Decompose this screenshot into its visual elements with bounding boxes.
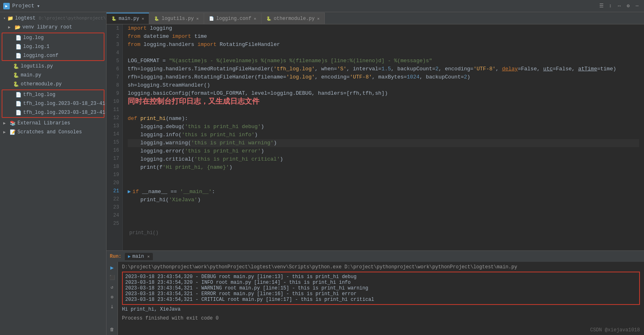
code-line-16: logging.error('this is print_hi error') <box>128 147 639 155</box>
console-exit: Process finished with exit code 0 <box>122 315 640 321</box>
settings-run-button[interactable]: ⚙ <box>108 293 116 301</box>
project-label[interactable]: Project <box>12 3 35 9</box>
expand-arrow: ▾ <box>3 16 6 21</box>
sidebar-item-othermodule[interactable]: 🐍 othermodule.py <box>0 80 106 89</box>
title-bar-left: ▶ Project ▾ <box>3 3 109 9</box>
sidebar-item-venv[interactable]: ▶ 📂 venv library root <box>0 23 106 32</box>
sidebar-item-logging-conf[interactable]: 📄 logging.conf <box>2 51 104 60</box>
sidebar-item-tfh-log[interactable]: 📄 tfh_log.log <box>2 90 104 99</box>
title-bar: ▶ Project ▾ ☰ ↕ ↔ ⚙ — <box>0 0 644 12</box>
main-layout: ▾ 📁 logtest D:\project\pythonproject\wor… <box>0 12 644 335</box>
trash-button[interactable]: 🗑 <box>108 325 116 333</box>
run-left-buttons: ▶ ⬛ ↺ ⚙ ⤓ 🗑 <box>107 262 118 335</box>
tab-main-label: main.py <box>119 16 139 22</box>
conf-file-icon: 📄 <box>15 53 22 59</box>
sidebar-item-logutils[interactable]: 🐍 logutils.py <box>0 62 106 71</box>
py-file-icon-other: 🐍 <box>13 81 19 87</box>
structure-icon[interactable]: ☰ <box>598 2 605 10</box>
sidebar-item-log-log[interactable]: 📄 log.log <box>2 33 104 42</box>
venv-icon: 📂 <box>15 24 21 30</box>
play-button[interactable]: ▶ <box>108 263 116 272</box>
code-line-18: print(f'Hi print_hi, {name}') <box>128 163 639 172</box>
code-content[interactable]: import logging from datetime import time… <box>123 24 644 250</box>
tab-logutils-label: logutils.py <box>161 16 194 22</box>
title-bar-icons: ☰ ↕ ↔ ⚙ — <box>598 2 641 10</box>
code-line-21: ▶if __name__ == '__main__': <box>128 188 639 196</box>
log-line-2: 2023-03-18 23:43:54,320 - INFO root main… <box>125 280 637 285</box>
othermodule-label: othermodule.py <box>21 81 62 87</box>
logtest-path: D:\project\pythonproject\work\ <box>39 16 106 21</box>
console-command: D:\project\pythonproject\work\pythonProj… <box>122 264 640 270</box>
settings-icon[interactable]: ⚙ <box>624 2 632 10</box>
code-line-19 <box>128 172 639 180</box>
stop-button[interactable]: ⬛ <box>108 273 116 281</box>
close-run-button[interactable]: ⤓ <box>108 302 116 311</box>
scratches-label: Scratches and Consoles <box>17 129 82 135</box>
sidebar-item-tfh-log-2[interactable]: 📄 tfh_log.log.2023-03-18_23-41-31 <box>2 108 104 117</box>
tab-py-icon-logutils: 🐍 <box>154 16 159 21</box>
tab-main-py[interactable]: 🐍 main.py ✕ <box>107 13 149 24</box>
main-label: main.py <box>21 72 41 78</box>
log-line-5: 2023-03-18 23:43:54,321 - CRITICAL root … <box>125 297 637 302</box>
sidebar-item-log-log-1[interactable]: 📄 log.log.1 <box>2 42 104 51</box>
py-file-icon-main: 🐍 <box>13 72 19 78</box>
sidebar: ▾ 📁 logtest D:\project\pythonproject\wor… <box>0 12 107 335</box>
console-output: Hi print_hi, XieJava <box>122 307 640 312</box>
sidebar-tree: ▾ 📁 logtest D:\project\pythonproject\wor… <box>0 12 106 335</box>
sidebar-item-tfh-log-1[interactable]: 📄 tfh_log.log.2023-03-18_23-41-27 <box>2 99 104 108</box>
run-tab-close[interactable]: ✕ <box>147 254 150 259</box>
content-area: 🐍 main.py ✕ 🐍 logutils.py ✕ 📄 logging.co… <box>107 12 644 335</box>
tab-othermodule-label: othermodule.py <box>274 16 315 22</box>
logtest-label: logtest <box>15 15 35 21</box>
code-line-10: 同时在控制台打印日志，又生成日志文件 <box>128 98 639 107</box>
bottom-label: print_hi() <box>128 230 639 236</box>
run-tab-main[interactable]: ▶ main ✕ <box>125 253 153 260</box>
tab-logutils-close[interactable]: ✕ <box>196 16 199 21</box>
tabs-bar: 🐍 main.py ✕ 🐍 logutils.py ✕ 📄 logging.co… <box>107 12 644 24</box>
log-log-label: log.log <box>23 35 44 41</box>
tab-logutils-py[interactable]: 🐍 logutils.py ✕ <box>149 13 204 24</box>
tab-othermodule-py[interactable]: 🐍 othermodule.py ✕ <box>261 13 325 24</box>
code-line-20 <box>128 180 639 188</box>
code-line-13: logging.debug('this is print_hi debug') <box>128 123 639 131</box>
diff-icon[interactable]: ↔ <box>616 2 623 10</box>
logging-conf-label: logging.conf <box>23 53 58 59</box>
tfh-log-label: tfh_log.log <box>23 92 55 98</box>
sidebar-item-external-libs[interactable]: ▶ 📚 External Libraries <box>0 119 106 128</box>
code-line-22: print_hi('XieJava') <box>128 196 639 204</box>
highlighted-log-group: 📄 log.log 📄 log.log.1 📄 logging.conf <box>2 33 104 61</box>
watermark: CSDN @xiejava1018 <box>590 327 640 333</box>
code-line-12: def print_hi(name): <box>128 115 639 123</box>
code-line-4 <box>128 49 639 57</box>
tfh-log-1-icon: 📄 <box>15 101 22 107</box>
tab-othermodule-close[interactable]: ✕ <box>317 16 320 21</box>
scratches-arrow: ▶ <box>3 130 8 135</box>
py-file-icon-logutils: 🐍 <box>13 63 19 70</box>
sidebar-item-scratches[interactable]: ▶ 📝 Scratches and Consoles <box>0 128 106 137</box>
code-line-15: logging.warning('this is print_hi warnin… <box>128 139 639 147</box>
tab-py-icon-main: 🐍 <box>111 16 116 21</box>
tab-logging-conf[interactable]: 📄 logging.conf ✕ <box>204 13 261 24</box>
code-line-24 <box>128 212 639 220</box>
code-line-6: tfh=logging.handlers.TimedRotatingFileHa… <box>128 65 639 73</box>
expand-arrow-venv: ▶ <box>8 25 13 30</box>
sidebar-item-main[interactable]: 🐍 main.py <box>0 71 106 80</box>
sort-icon[interactable]: ↕ <box>607 2 614 10</box>
console-content: D:\project\pythonproject\work\pythonProj… <box>118 262 644 335</box>
project-icon: ▶ <box>3 3 10 9</box>
rerun-button[interactable]: ↺ <box>108 283 116 291</box>
tfh-log-2-label: tfh_log.log.2023-03-18_23-41-31 <box>23 110 106 115</box>
run-bar: Run: ▶ main ✕ <box>107 250 644 262</box>
tab-logging-conf-close[interactable]: ✕ <box>254 16 256 21</box>
code-line-2: from datetime import time <box>128 33 639 41</box>
editor-area[interactable]: 1 2 3 4 5 6 7 8 9 10 11 12 13 14 15 16 1… <box>107 24 644 250</box>
tab-main-close[interactable]: ✕ <box>141 16 144 21</box>
tfh-log-1-label: tfh_log.log.2023-03-18_23-41-27 <box>23 101 106 107</box>
logutils-label: logutils.py <box>21 63 53 69</box>
dropdown-icon[interactable]: ▾ <box>37 3 40 9</box>
venv-label: venv library root <box>22 24 72 30</box>
run-tab-icon: ▶ <box>128 254 131 259</box>
close-icon[interactable]: — <box>633 2 641 10</box>
sidebar-item-logtest[interactable]: ▾ 📁 logtest D:\project\pythonproject\wor… <box>0 14 106 23</box>
log-file-icon: 📄 <box>15 35 22 41</box>
